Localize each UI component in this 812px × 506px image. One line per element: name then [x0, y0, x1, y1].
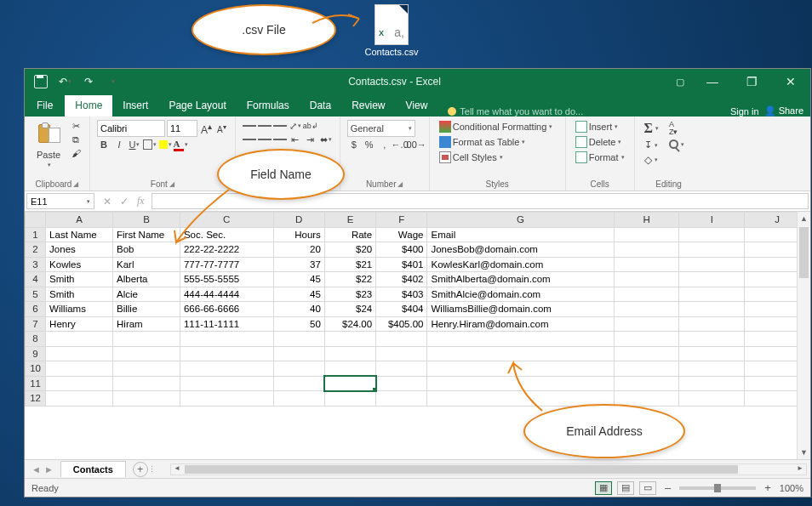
- accounting-format-button[interactable]: $: [347, 139, 361, 151]
- bold-button[interactable]: B: [97, 139, 111, 151]
- cell-F1[interactable]: Wage: [376, 227, 427, 242]
- cell-I12[interactable]: [679, 391, 745, 407]
- cell-D10[interactable]: [273, 361, 324, 377]
- col-header-A[interactable]: A: [46, 213, 113, 228]
- cell-F5[interactable]: $403: [376, 287, 427, 302]
- cell-B8[interactable]: [113, 332, 180, 347]
- cell-E11[interactable]: [324, 376, 375, 391]
- tab-scroll-splitter[interactable]: ⋮: [148, 465, 153, 474]
- tab-file[interactable]: File: [25, 95, 65, 117]
- col-header-E[interactable]: E: [324, 213, 375, 228]
- cell-H10[interactable]: [614, 361, 679, 377]
- cell-E5[interactable]: $23: [324, 287, 375, 302]
- cancel-formula-button[interactable]: ✕: [103, 196, 112, 208]
- cell-C3[interactable]: 777-77-7777: [180, 257, 273, 272]
- tab-home[interactable]: Home: [65, 95, 112, 117]
- cell-G3[interactable]: KowlesKarl@domain.com: [427, 257, 614, 272]
- percent-format-button[interactable]: %: [363, 139, 376, 151]
- cell-I4[interactable]: [679, 272, 745, 287]
- cell-B11[interactable]: [113, 376, 180, 391]
- cell-G6[interactable]: WilliamsBillie@domain.com: [427, 302, 614, 317]
- cell-H1[interactable]: [614, 227, 679, 242]
- decrease-decimal-button[interactable]: .00→: [409, 139, 422, 151]
- increase-font-button[interactable]: A▴: [199, 122, 214, 136]
- cell-C9[interactable]: [180, 346, 273, 361]
- cell-B4[interactable]: Alberta: [113, 272, 180, 287]
- format-cells-button[interactable]: Format▾: [573, 151, 627, 164]
- cell-A6[interactable]: Williams: [46, 302, 113, 317]
- cell-A4[interactable]: Smith: [46, 272, 113, 287]
- cell-A3[interactable]: Kowles: [46, 257, 113, 272]
- cell-B2[interactable]: Bob: [113, 242, 180, 258]
- font-color-button[interactable]: A▾: [174, 139, 187, 151]
- cell-A2[interactable]: Jones: [46, 242, 113, 258]
- sign-in-link[interactable]: Sign in: [730, 106, 759, 117]
- tab-data[interactable]: Data: [300, 95, 341, 117]
- tab-page-layout[interactable]: Page Layout: [158, 95, 236, 117]
- row-header-12[interactable]: 12: [26, 391, 46, 407]
- cell-G10[interactable]: [427, 361, 614, 377]
- border-button[interactable]: ▾: [143, 139, 157, 151]
- zoom-in-button[interactable]: +: [761, 482, 775, 493]
- comma-format-button[interactable]: ,: [378, 139, 392, 151]
- orientation-button[interactable]: ⤢▾: [289, 120, 302, 132]
- cell-C6[interactable]: 666-66-6666: [180, 302, 273, 317]
- cell-E6[interactable]: $24: [324, 302, 375, 317]
- cell-F11[interactable]: [376, 376, 427, 391]
- row-header-7[interactable]: 7: [26, 316, 46, 332]
- cell-C12[interactable]: [180, 391, 273, 407]
- clipboard-launcher[interactable]: ◢: [73, 180, 78, 188]
- cell-E1[interactable]: Rate: [324, 227, 375, 242]
- cell-D4[interactable]: 45: [273, 272, 324, 287]
- cell-E7[interactable]: $24.00: [324, 316, 375, 332]
- sort-filter-button[interactable]: AZ▾: [666, 120, 687, 137]
- cell-F3[interactable]: $401: [376, 257, 427, 272]
- vscroll-thumb[interactable]: [799, 227, 809, 278]
- cell-B3[interactable]: Karl: [113, 257, 180, 272]
- fill-button[interactable]: ↧▾: [642, 139, 661, 151]
- cell-B7[interactable]: Hiram: [113, 316, 180, 332]
- insert-function-button[interactable]: fx: [137, 195, 145, 208]
- cell-I1[interactable]: [679, 227, 745, 242]
- cell-styles-button[interactable]: Cell Styles▾: [437, 151, 556, 164]
- sheet-nav-next[interactable]: ►: [44, 464, 54, 475]
- worksheet-grid[interactable]: ABCDEFGHIJ1Last NameFirst NameSoc. Sec.H…: [25, 212, 810, 459]
- cell-B1[interactable]: First Name: [113, 227, 180, 242]
- enter-formula-button[interactable]: ✓: [120, 196, 129, 208]
- decrease-indent-button[interactable]: ⇤: [289, 134, 302, 145]
- save-button[interactable]: [31, 72, 50, 91]
- cell-D3[interactable]: 37: [273, 257, 324, 272]
- row-header-11[interactable]: 11: [26, 376, 46, 391]
- underline-button[interactable]: U▾: [128, 139, 141, 151]
- minimize-button[interactable]: —: [693, 69, 732, 94]
- cell-I7[interactable]: [679, 316, 745, 332]
- cell-D8[interactable]: [273, 332, 324, 347]
- row-header-4[interactable]: 4: [26, 272, 46, 287]
- tab-formulas[interactable]: Formulas: [237, 95, 300, 117]
- tell-me-box[interactable]: Tell me what you want to do...: [448, 106, 583, 117]
- ribbon-options-button[interactable]: ▢: [667, 69, 693, 94]
- col-header-C[interactable]: C: [180, 213, 273, 228]
- col-header-H[interactable]: H: [614, 213, 679, 228]
- cell-D1[interactable]: Hours: [273, 227, 324, 242]
- font-size-select[interactable]: [167, 120, 197, 137]
- scroll-up-button[interactable]: ▲: [798, 212, 810, 225]
- align-bottom-button[interactable]: [273, 120, 287, 132]
- cell-G4[interactable]: SmithAlberta@domain.com: [427, 272, 614, 287]
- cell-H11[interactable]: [614, 376, 679, 391]
- cell-G9[interactable]: [427, 346, 614, 361]
- cell-I8[interactable]: [679, 332, 745, 347]
- delete-cells-button[interactable]: Delete▾: [573, 135, 627, 149]
- cell-I9[interactable]: [679, 346, 745, 361]
- cell-G2[interactable]: JonesBob@domain.com: [427, 242, 614, 258]
- zoom-out-button[interactable]: –: [661, 482, 674, 493]
- zoom-level[interactable]: 100%: [780, 483, 803, 493]
- cell-F2[interactable]: $400: [376, 242, 427, 258]
- normal-view-button[interactable]: ▦: [595, 481, 612, 495]
- cell-E12[interactable]: [324, 391, 375, 407]
- cell-B10[interactable]: [113, 361, 180, 377]
- cell-A1[interactable]: Last Name: [46, 227, 113, 242]
- cell-C10[interactable]: [180, 361, 273, 377]
- undo-button[interactable]: ↶▾: [55, 72, 74, 91]
- cell-B5[interactable]: Alcie: [113, 287, 180, 302]
